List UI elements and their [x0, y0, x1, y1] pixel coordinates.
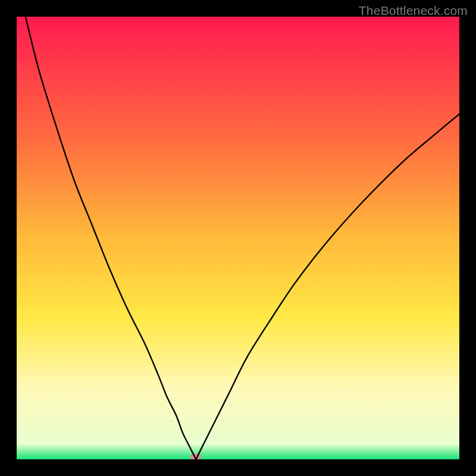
bottleneck-curve [17, 17, 459, 459]
curve-left [26, 17, 196, 459]
plot-area [17, 17, 459, 459]
curve-right [196, 114, 459, 459]
watermark-text: TheBottleneck.com [359, 4, 468, 18]
chart-frame: TheBottleneck.com [0, 0, 476, 476]
